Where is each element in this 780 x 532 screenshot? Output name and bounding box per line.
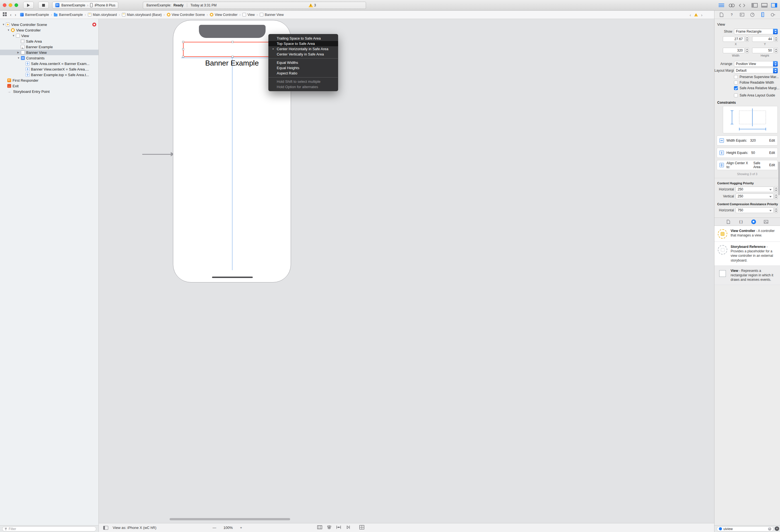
size-inspector-tab[interactable] <box>760 12 765 17</box>
media-library-tab[interactable] <box>764 219 769 224</box>
hugging-vertical-stepper[interactable] <box>774 193 778 199</box>
file-template-library-tab[interactable] <box>726 219 731 224</box>
arrange-popup[interactable]: Position View <box>734 61 778 67</box>
disclosure-triangle-icon[interactable] <box>12 34 16 37</box>
menu-item-trailing-space[interactable]: Trailing Space to Safe Area <box>269 36 338 41</box>
minimize-window-button[interactable] <box>9 3 12 7</box>
disclosure-triangle-icon[interactable] <box>7 29 11 32</box>
identity-inspector-tab[interactable] <box>739 12 744 17</box>
scheme-selector[interactable]: BannerExample iPhone 8 Plus <box>52 2 118 9</box>
related-items-icon[interactable] <box>3 12 7 17</box>
banner-view-selection[interactable] <box>183 42 282 57</box>
outline-row-view[interactable]: View <box>0 33 98 39</box>
edit-constraint-button[interactable]: Edit <box>769 163 775 167</box>
scheme-name-label[interactable]: BannerExample <box>61 3 85 7</box>
menu-item-equal-heights[interactable]: Equal Heights <box>269 65 338 70</box>
outline-row-banner-example-label[interactable]: Banner Example <box>0 44 98 50</box>
breadcrumb-banner-view[interactable]: Banner View <box>260 13 284 17</box>
safe-area-relative-margins-checkbox[interactable] <box>734 86 738 90</box>
file-inspector-tab[interactable] <box>719 12 724 17</box>
navigator-panel-toggle[interactable] <box>751 3 758 7</box>
object-library-tab[interactable] <box>751 219 756 224</box>
edit-constraint-button[interactable]: Edit <box>769 139 775 143</box>
clear-filter-icon[interactable] <box>768 527 771 531</box>
breadcrumb-view-controller[interactable]: View Controller <box>210 13 237 17</box>
y-field[interactable] <box>752 36 774 42</box>
issue-badge-icon[interactable] <box>92 22 96 26</box>
breadcrumb-project[interactable]: BannerExample <box>20 13 49 17</box>
x-stepper[interactable] <box>745 36 749 42</box>
breadcrumb-view[interactable]: View <box>242 13 255 17</box>
outline-row-constraint-3[interactable]: Banner Example.top = Safe Area.t... <box>0 72 98 77</box>
compression-horizontal-stepper[interactable] <box>774 207 778 213</box>
embed-in-stack-button[interactable] <box>317 525 323 530</box>
library-item-view[interactable]: View - Represents a rectangular region i… <box>715 266 780 285</box>
disclosure-triangle-icon[interactable] <box>17 51 21 54</box>
hugging-horizontal-combo[interactable]: 250 <box>736 187 774 192</box>
height-stepper[interactable] <box>774 47 778 53</box>
menu-item-equal-widths[interactable]: Equal Widths <box>269 60 338 65</box>
storyboard-entry-point-arrow[interactable] <box>142 154 171 155</box>
run-button[interactable] <box>23 2 34 9</box>
show-popup[interactable]: Frame Rectangle <box>734 29 778 34</box>
library-filter-input[interactable] <box>723 527 767 531</box>
edit-constraint-button[interactable]: Edit <box>769 151 775 155</box>
connections-inspector-tab[interactable] <box>771 12 776 17</box>
align-button[interactable] <box>326 525 332 530</box>
close-window-button[interactable] <box>3 3 6 7</box>
width-field[interactable] <box>723 48 744 53</box>
height-field[interactable] <box>752 48 774 53</box>
safe-area-layout-guide-checkbox[interactable] <box>734 93 738 97</box>
back-button[interactable] <box>10 12 11 17</box>
resolve-autolayout-button[interactable] <box>345 525 351 530</box>
version-editor-button[interactable] <box>739 3 745 8</box>
standard-editor-button[interactable] <box>718 3 725 8</box>
disclosure-triangle-icon[interactable] <box>2 23 6 26</box>
warning-icon[interactable] <box>694 13 698 16</box>
resize-handle[interactable] <box>182 56 184 58</box>
assistant-editor-button[interactable] <box>728 3 735 8</box>
resize-handle[interactable] <box>182 48 184 50</box>
outline-row-entry-point[interactable]: Storyboard Entry Point <box>0 89 98 94</box>
previous-issue-button[interactable] <box>690 13 691 17</box>
pin-button[interactable] <box>336 525 341 530</box>
zoom-in-button[interactable]: + <box>240 526 242 530</box>
storyboard-canvas[interactable]: Banner Example Trailing Space to Safe Ar… <box>99 19 714 523</box>
outline-row-banner-view[interactable]: Banner View <box>0 50 98 55</box>
library-item-view-controller[interactable]: View Controller - A controller that mana… <box>715 226 780 242</box>
width-stepper[interactable] <box>745 47 749 53</box>
constraint-row-align-center-x[interactable]: Align Center X to: Safe Area Edit <box>717 160 778 170</box>
menu-item-top-space[interactable]: Top Space to Safe Area <box>269 41 338 46</box>
close-library-button[interactable] <box>775 526 779 531</box>
y-stepper[interactable] <box>774 36 778 42</box>
preserve-superview-checkbox[interactable] <box>734 75 738 79</box>
attributes-inspector-tab[interactable] <box>750 12 755 17</box>
fullscreen-window-button[interactable] <box>14 3 18 7</box>
run-destination-label[interactable]: iPhone 8 Plus <box>95 3 115 7</box>
zoom-level[interactable]: 100% <box>224 526 233 530</box>
menu-item-aspect-ratio[interactable]: Aspect Ratio <box>269 70 338 76</box>
device-configuration-button[interactable] <box>359 525 364 530</box>
outline-filter-field[interactable] <box>2 526 96 531</box>
breadcrumb-storyboard-base[interactable]: Main.storyboard (Base) <box>122 13 162 17</box>
forward-button[interactable] <box>15 12 16 17</box>
constraint-row-width[interactable]: Width Equals: 320 Edit <box>717 136 778 146</box>
horizontal-scrollbar[interactable] <box>169 518 290 520</box>
follow-readable-width-checkbox[interactable] <box>734 81 738 85</box>
outline-row-first-responder[interactable]: First Responder <box>0 77 98 83</box>
menu-item-center-vertically[interactable]: Center Vertically in Safe Area <box>269 52 338 57</box>
compression-horizontal-combo[interactable]: 750 <box>736 207 774 213</box>
library-item-storyboard-reference[interactable]: Storyboard Reference - Provides a placeh… <box>715 242 780 266</box>
inspector-scrollbar[interactable] <box>778 162 780 195</box>
stop-button[interactable] <box>38 2 49 9</box>
constraint-row-height[interactable]: Height Equals: 50 Edit <box>717 148 778 158</box>
outline-row-safe-area[interactable]: Safe Area <box>0 39 98 44</box>
breadcrumb-scene[interactable]: View Controller Scene <box>167 13 205 17</box>
hugging-horizontal-stepper[interactable] <box>774 186 778 192</box>
zoom-out-button[interactable]: — <box>212 526 216 530</box>
menu-item-center-horizontally[interactable]: •Center Horizontally in Safe Area <box>269 46 338 52</box>
resize-handle[interactable] <box>232 41 234 43</box>
library-filter-field[interactable] <box>717 526 774 531</box>
x-field[interactable] <box>723 36 744 42</box>
hugging-vertical-combo[interactable]: 250 <box>736 194 774 199</box>
